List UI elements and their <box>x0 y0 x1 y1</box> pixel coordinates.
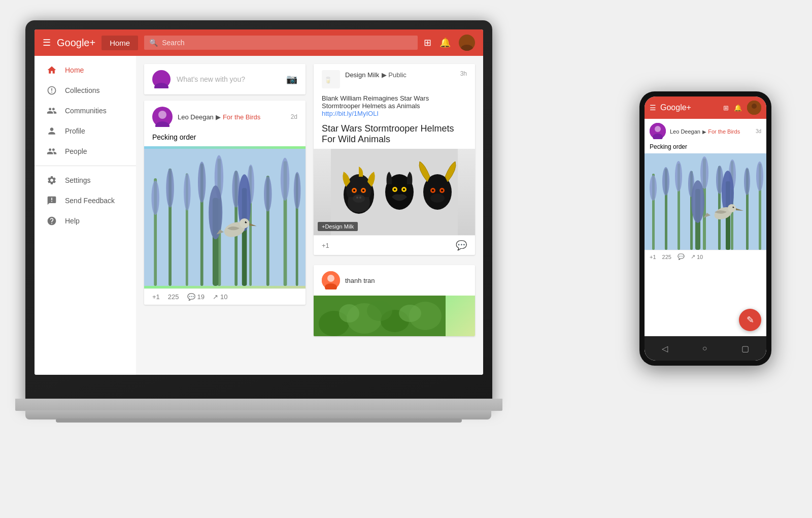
post-collection[interactable]: For the Birds <box>223 113 260 121</box>
dm-link[interactable]: http://bit.ly/1MyIOLI <box>322 110 379 117</box>
post-author: Leo Deegan <box>178 113 214 121</box>
svg-point-45 <box>353 195 365 203</box>
phone-content: Leo Deegan ▶ For the Birds 3d Pecking or… <box>645 119 766 336</box>
svg-point-2 <box>157 73 165 81</box>
settings-icon <box>47 175 57 185</box>
svg-point-21 <box>198 161 206 203</box>
svg-point-43 <box>353 189 355 191</box>
svg-point-47 <box>359 197 361 199</box>
notifications-icon[interactable]: 🔔 <box>439 37 451 48</box>
sidebar-item-profile[interactable]: Profile <box>35 121 136 141</box>
phone-post-avatar <box>650 123 666 139</box>
sidebar-people-label: People <box>65 147 87 155</box>
sidebar-item-communities[interactable]: Communities <box>35 101 136 121</box>
svg-point-58 <box>430 193 445 203</box>
phone-screen: ☰ Google+ ⊞ 🔔 <box>645 96 766 361</box>
post-time: 2d <box>291 113 297 120</box>
svg-point-101 <box>733 206 734 207</box>
phone-fab-button[interactable]: ✎ <box>739 309 761 331</box>
phone-post-title: Pecking order <box>645 143 766 153</box>
dm-time: 3h <box>460 70 467 77</box>
svg-point-35 <box>246 221 247 222</box>
sidebar-help-label: Help <box>65 217 80 225</box>
phone-back-icon[interactable]: ◁ <box>662 344 668 353</box>
svg-text:🥛: 🥛 <box>324 76 332 84</box>
phone-plus-button[interactable]: +1 <box>650 254 656 260</box>
apps-grid-icon[interactable]: ⊞ <box>424 37 431 48</box>
svg-point-3 <box>154 83 168 88</box>
phone-user-avatar[interactable] <box>747 101 761 115</box>
laptop-foot <box>56 418 462 423</box>
phone-plus-icon: +1 <box>650 254 656 260</box>
svg-point-5 <box>158 111 166 119</box>
dm-plus-button[interactable]: +1 <box>322 242 329 249</box>
phone-grid-icon[interactable]: ⊞ <box>723 104 729 112</box>
plus-count: 225 <box>168 293 179 301</box>
thanh-plant-image <box>314 296 475 336</box>
search-bar[interactable]: 🔍 Search <box>144 36 418 50</box>
svg-point-52 <box>403 188 405 190</box>
phone-bell-icon[interactable]: 🔔 <box>734 104 742 112</box>
svg-point-93 <box>756 161 763 191</box>
hamburger-icon[interactable]: ☰ <box>43 37 51 48</box>
sidebar-item-settings[interactable]: Settings <box>35 170 136 190</box>
thanh-avatar <box>322 271 340 289</box>
home-nav-button[interactable]: Home <box>101 36 138 50</box>
dm-article-title: Blank William Reimagines Star Wars Storm… <box>314 94 475 119</box>
dm-meta: Design Milk ▶ Public <box>345 70 455 79</box>
sidebar-item-people[interactable]: People <box>35 141 136 161</box>
phone-recents-icon[interactable]: ▢ <box>741 344 749 353</box>
camera-icon[interactable]: 📷 <box>286 74 297 85</box>
dm-comment-icon[interactable]: 💬 <box>456 240 467 251</box>
dm-helmet-image: +Design Milk <box>314 149 475 235</box>
phone-comment-button[interactable]: 💬 <box>678 253 685 260</box>
share-button[interactable]: ↗ 10 <box>213 293 227 301</box>
compose-box[interactable]: What's new with you? 📷 <box>144 64 306 94</box>
phone-hamburger-icon[interactable]: ☰ <box>650 104 656 112</box>
phone-logo: Google+ <box>660 103 691 112</box>
phone-notch <box>690 91 721 95</box>
sidebar-item-home[interactable]: Home <box>35 60 136 80</box>
svg-point-20 <box>184 173 190 210</box>
header-right-icons: ⊞ 🔔 <box>424 35 475 51</box>
svg-point-0 <box>463 37 470 44</box>
svg-point-44 <box>362 189 364 191</box>
compose-input[interactable]: What's new with you? <box>177 75 280 83</box>
svg-point-57 <box>441 189 443 191</box>
svg-point-92 <box>744 168 750 195</box>
svg-point-99 <box>728 204 736 212</box>
sidebar-item-feedback[interactable]: Send Feedback <box>35 190 136 211</box>
phone-header: ☰ Google+ ⊞ 🔔 <box>645 96 766 119</box>
svg-point-60 <box>327 275 334 282</box>
svg-point-68 <box>367 301 392 321</box>
user-avatar[interactable] <box>459 35 475 51</box>
phone-home-nav-icon[interactable]: ○ <box>702 344 707 353</box>
collections-icon <box>47 85 57 95</box>
phone-author: Leo Deegan <box>670 128 700 135</box>
post-header: Leo Deegan ▶ For the Birds 2d <box>144 101 306 133</box>
phone-post-header: Leo Deegan ▶ For the Birds 3d <box>645 119 766 143</box>
plus-one-button[interactable]: +1 <box>152 293 160 301</box>
thanh-header: thanh tran <box>314 265 475 296</box>
plus-one-icon: +1 <box>152 293 160 301</box>
right-feed-column: 🥛 Design Milk ▶ Public <box>314 64 475 367</box>
svg-point-27 <box>294 172 300 209</box>
search-placeholder: Search <box>162 39 184 47</box>
dm-author: Design Milk <box>345 71 379 79</box>
dm-badge: +Design Milk <box>318 222 358 231</box>
svg-point-89 <box>700 156 708 189</box>
laptop-body: ☰ Google+ Home 🔍 Search ⊞ 🔔 <box>25 20 492 406</box>
svg-point-69 <box>399 305 421 322</box>
svg-point-33 <box>240 218 249 228</box>
phone-share-count: 10 <box>697 254 703 260</box>
phone-share-button[interactable]: ↗ 10 <box>691 253 703 260</box>
svg-point-86 <box>662 167 669 196</box>
feedback-icon <box>47 196 57 206</box>
phone-nav-bar: ◁ ○ ▢ <box>645 336 766 361</box>
phone-post-time: 3d <box>756 128 761 134</box>
svg-point-18 <box>151 181 159 215</box>
comment-button[interactable]: 💬 19 <box>187 293 205 301</box>
sidebar-profile-label: Profile <box>65 127 85 135</box>
sidebar-item-collections[interactable]: Collections <box>35 80 136 101</box>
sidebar-item-help[interactable]: Help <box>35 211 136 231</box>
